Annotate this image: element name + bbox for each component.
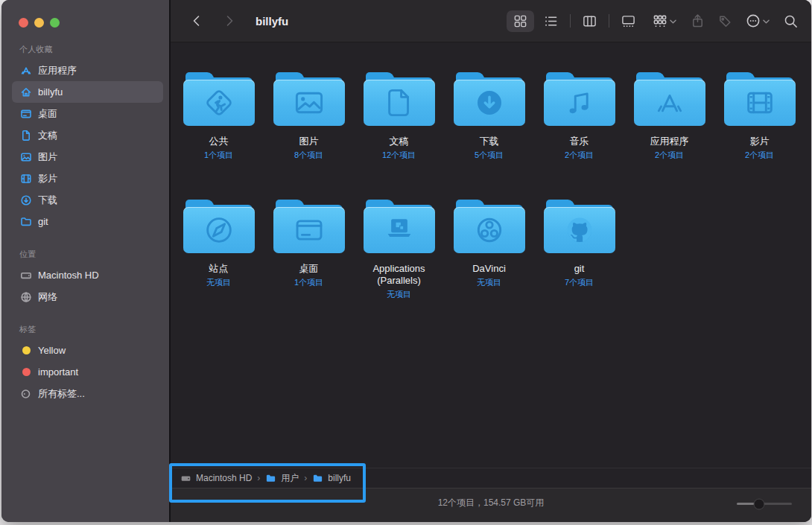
folder-count: 12个项目	[382, 150, 416, 161]
gallery-view-button[interactable]	[615, 10, 642, 32]
sidebar-item-tag-yellow[interactable]: Yellow	[12, 340, 163, 361]
folder-item-music[interactable]: 音乐 2个项目	[534, 72, 624, 200]
desktop-emblem-icon	[292, 213, 326, 247]
sidebar-item-label: important	[38, 366, 78, 378]
folder-icon	[183, 72, 255, 126]
sidebar-item-movies[interactable]: 影片	[12, 168, 163, 189]
tag-button[interactable]	[715, 11, 735, 31]
folder-item-public[interactable]: 公共 1个项目	[174, 72, 264, 200]
pictures-emblem-icon	[292, 86, 326, 120]
sidebar-item-all-tags[interactable]: 所有标签...	[12, 383, 163, 404]
sidebar-item-label: Yellow	[38, 345, 66, 356]
search-button[interactable]	[781, 11, 801, 31]
folder-icon	[364, 72, 435, 126]
folder-icon	[454, 72, 525, 126]
folder-item-sites[interactable]: 站点 无项目	[174, 200, 264, 327]
status-text: 12个项目，154.57 GB可用	[171, 497, 811, 509]
sidebar-item-documents[interactable]: 文稿	[12, 124, 163, 146]
window-title: billyfu	[256, 15, 288, 28]
document-icon	[19, 129, 32, 141]
forward-button[interactable]	[220, 11, 239, 31]
movies-emblem-icon	[743, 86, 777, 120]
music-emblem-icon	[562, 86, 597, 120]
folder-name: 下载	[480, 136, 499, 147]
yellow-tag-dot-icon	[19, 344, 32, 357]
sidebar-item-tag-important[interactable]: important	[12, 361, 163, 383]
column-view-button[interactable]	[576, 10, 603, 32]
folder-item-applications-parallels[interactable]: Applications (Parallels) 无项目	[354, 200, 444, 327]
share-button[interactable]	[688, 10, 708, 31]
globe-icon	[19, 290, 32, 303]
folder-item-movies[interactable]: 影片 2个项目	[714, 72, 805, 200]
github-emblem-icon	[562, 213, 597, 247]
minimize-button[interactable]	[34, 18, 44, 28]
folder-count: 无项目	[206, 277, 231, 288]
sidebar-item-git[interactable]: git	[12, 211, 163, 232]
public-emblem-icon	[202, 86, 236, 120]
sidebar-item-downloads[interactable]: 下载	[12, 189, 163, 211]
sidebar-item-billyfu[interactable]: billyfu	[12, 81, 163, 103]
folder-count: 无项目	[477, 277, 501, 288]
folder-icon	[273, 72, 345, 126]
folder-count: 2个项目	[565, 150, 594, 161]
red-tag-dot-icon	[19, 366, 32, 378]
folder-count: 1个项目	[294, 277, 323, 288]
downloads-emblem-icon	[472, 86, 507, 120]
view-switcher	[507, 10, 642, 32]
folder-item-davinci[interactable]: DaVinci 无项目	[444, 200, 534, 327]
sidebar-item-applications[interactable]: 应用程序	[12, 60, 163, 81]
path-item-macintosh-hd[interactable]: Macintosh HD	[180, 473, 252, 484]
folder-item-downloads[interactable]: 下载 5个项目	[444, 72, 534, 200]
folder-item-pictures[interactable]: 图片 8个项目	[264, 72, 354, 200]
more-options-button[interactable]	[743, 10, 773, 31]
path-separator: ›	[304, 473, 307, 483]
folder-icon	[544, 200, 615, 253]
path-separator: ›	[257, 473, 260, 483]
folder-item-desktop[interactable]: 桌面 1个项目	[264, 200, 354, 327]
sidebar-item-network[interactable]: 网络	[12, 286, 163, 308]
sidebar-section-tags: 标签	[19, 324, 163, 335]
folder-item-git[interactable]: git 7个项目	[534, 200, 624, 327]
harddrive-icon	[180, 473, 191, 484]
folder-icon	[544, 72, 615, 126]
folder-icon	[183, 200, 255, 253]
sidebar-item-macintosh-hd[interactable]: Macintosh HD	[12, 264, 163, 286]
group-by-button[interactable]	[650, 11, 680, 31]
sidebar-section-locations: 位置	[19, 249, 163, 260]
zoom-button[interactable]	[50, 18, 60, 28]
sidebar-item-label: 网络	[38, 290, 57, 304]
close-button[interactable]	[19, 18, 28, 28]
sidebar-item-label: 影片	[38, 172, 57, 185]
folder-name: 应用程序	[650, 136, 689, 147]
back-button[interactable]	[187, 11, 206, 31]
sidebar-item-label: 文稿	[38, 129, 57, 142]
sidebar: 个人收藏 应用程序 billyfu 桌面 文稿 图片 影片 下载	[1, 0, 171, 522]
sites-emblem-icon	[202, 213, 236, 247]
slider-knob[interactable]	[753, 498, 764, 509]
path-item-billyfu[interactable]: billyfu	[312, 473, 351, 484]
path-bar: Macintosh HD › 用户 › billyfu	[171, 468, 811, 488]
main-area: billyfu	[171, 0, 811, 522]
desktop-icon	[19, 107, 32, 120]
download-icon	[19, 194, 32, 206]
path-item-users[interactable]: 用户	[265, 472, 299, 485]
folder-item-applications[interactable]: 应用程序 2个项目	[624, 72, 714, 200]
photo-icon	[19, 150, 32, 163]
sidebar-item-pictures[interactable]: 图片	[12, 146, 163, 168]
sidebar-item-label: 应用程序	[38, 64, 77, 77]
folder-grid: 公共 1个项目 图片 8个项目 文稿 12个项目	[174, 72, 805, 327]
folder-count: 无项目	[387, 289, 411, 300]
folder-name: 图片	[299, 136, 319, 147]
sidebar-item-desktop[interactable]: 桌面	[12, 103, 163, 124]
folder-icon	[634, 72, 705, 126]
folder-grid-area[interactable]: 公共 1个项目 图片 8个项目 文稿 12个项目	[171, 42, 811, 468]
icon-view-button[interactable]	[507, 10, 534, 32]
sidebar-item-label: billyfu	[38, 86, 63, 98]
sidebar-item-label: git	[38, 216, 48, 227]
folder-item-documents[interactable]: 文稿 12个项目	[354, 72, 444, 200]
list-view-button[interactable]	[537, 10, 565, 32]
window-controls	[19, 18, 163, 28]
icon-size-slider[interactable]	[737, 503, 792, 505]
sidebar-item-label: 图片	[38, 150, 57, 164]
harddrive-icon	[19, 269, 32, 281]
